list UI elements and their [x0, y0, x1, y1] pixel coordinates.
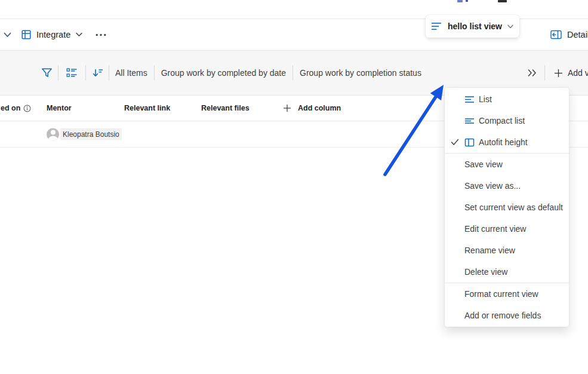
plus-icon: [283, 104, 291, 112]
filter-button[interactable]: [41, 68, 53, 78]
menu-item-save-view-as[interactable]: Save view as...: [445, 175, 569, 197]
view-list: All Items Group work by completed by dat…: [115, 65, 421, 81]
menu-item-label: Save view as...: [464, 181, 521, 191]
funnel-icon: [41, 68, 53, 78]
list-icon: [464, 94, 475, 105]
view-all-items[interactable]: All Items: [115, 68, 147, 78]
double-chevron-right-icon: [528, 69, 537, 77]
menu-item-label: Edit current view: [464, 224, 526, 234]
integrate-button[interactable]: Integrate: [21, 19, 82, 50]
toolbar-separator: [154, 65, 155, 81]
view-group-by-completed-date[interactable]: Group work by completed by date: [161, 68, 286, 78]
column-label: Relevant link: [124, 104, 170, 112]
column-header-relevant-link[interactable]: Relevant link: [124, 104, 170, 112]
checkmark-icon: [450, 139, 460, 146]
cropped-content-fragment: [498, 0, 507, 2]
menu-item-label: Delete view: [464, 267, 507, 277]
mentor-persona[interactable]: Kleopatra Boutsio: [47, 128, 122, 140]
collapsed-command-chevron[interactable]: [4, 19, 11, 50]
view-group-by-completion-status[interactable]: Group work by completion status: [300, 68, 421, 78]
toolbar-separator: [58, 65, 59, 81]
hamburger-lines-icon: [432, 22, 441, 30]
ellipsis-icon: [96, 33, 106, 36]
toolbar-separator: [544, 65, 545, 81]
details-label: Details: [567, 30, 588, 39]
menu-item-label: Rename view: [464, 246, 515, 255]
menu-item-add-or-remove-fields[interactable]: Add or remove fields: [445, 305, 569, 326]
more-commands-button[interactable]: [96, 19, 106, 50]
list-view-page: Integrate Details: [0, 0, 588, 374]
add-column-button[interactable]: Add column: [283, 104, 341, 112]
column-header-mentor[interactable]: Mentor: [47, 104, 72, 112]
add-view-label: Add view: [568, 68, 588, 78]
info-circle-icon: [23, 105, 31, 112]
current-view-label: hello list view: [448, 22, 502, 31]
group-by-button[interactable]: [66, 68, 78, 78]
plus-icon: [554, 69, 563, 78]
chevron-down-icon: [76, 32, 82, 37]
open-details-pane-icon: [550, 30, 562, 39]
menu-item-label: Format current view: [464, 289, 538, 299]
menu-item-format-current-view[interactable]: Format current view: [445, 283, 569, 305]
column-header-relevant-files[interactable]: Relevant files: [201, 104, 250, 112]
grid-table-icon: [21, 30, 31, 39]
column-label: Mentor: [47, 104, 72, 112]
mentor-name: Kleopatra Boutsio: [60, 128, 122, 140]
add-column-label: Add column: [298, 104, 341, 112]
menu-item-label: Autofit height: [479, 137, 528, 147]
grouped-list-icon: [66, 68, 78, 78]
menu-item-label: Add or remove fields: [464, 311, 541, 320]
menu-item-list[interactable]: List: [445, 88, 569, 110]
menu-item-set-current-view-as-default[interactable]: Set current view as default: [445, 197, 569, 218]
menu-item-edit-current-view[interactable]: Edit current view: [445, 218, 569, 240]
menu-item-save-view[interactable]: Save view: [445, 154, 569, 175]
menu-item-label: Set current view as default: [464, 203, 563, 212]
view-overflow-button[interactable]: [528, 69, 537, 77]
view-options-menu: ListCompact listAutofit heightSave viewS…: [445, 88, 569, 327]
cropped-content-fragment: [457, 0, 463, 2]
toolbar-separator: [85, 65, 86, 81]
menu-item-delete-view[interactable]: Delete view: [445, 261, 569, 283]
details-button[interactable]: Details: [550, 19, 588, 50]
autofit-height-icon: [464, 137, 475, 148]
column-label: Relevant files: [201, 104, 250, 112]
compact-list-icon: [464, 116, 475, 126]
toolbar-separator: [109, 65, 109, 81]
sort-button[interactable]: [92, 68, 103, 78]
menu-item-rename-view[interactable]: Rename view: [445, 240, 569, 261]
menu-item-label: Save view: [464, 160, 503, 169]
menu-item-label: Compact list: [479, 116, 525, 125]
chevron-down-icon: [4, 32, 11, 38]
add-view-button[interactable]: Add view: [554, 68, 588, 78]
toolbar-separator: [293, 65, 293, 81]
menu-item-autofit-height[interactable]: Autofit height: [445, 131, 569, 153]
sort-descending-icon: [92, 68, 103, 78]
column-header-completed-on[interactable]: ed on: [1, 104, 31, 112]
chevron-down-icon: [507, 24, 513, 29]
current-view-dropdown[interactable]: hello list view: [426, 15, 519, 38]
avatar: [47, 128, 59, 140]
cropped-content-fragment: [466, 0, 468, 2]
menu-item-compact-list[interactable]: Compact list: [445, 110, 569, 131]
menu-item-label: List: [479, 94, 492, 104]
integrate-label: Integrate: [36, 30, 70, 39]
column-label: ed on: [1, 104, 20, 112]
